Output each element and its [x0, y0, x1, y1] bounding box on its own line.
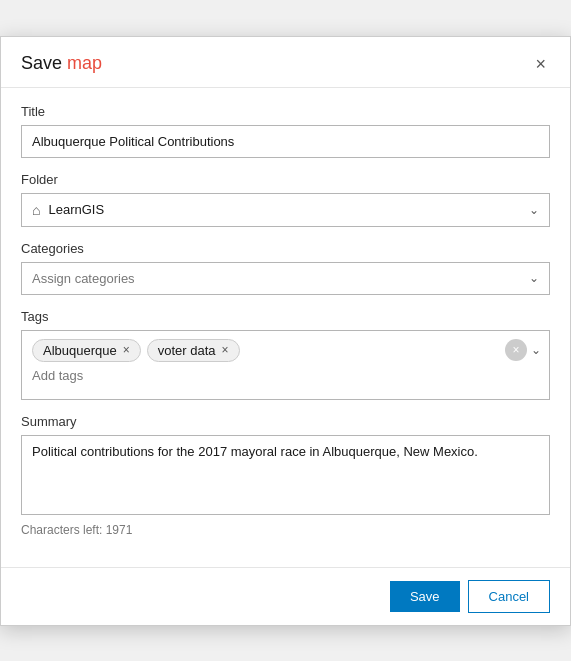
tags-clear-all-button[interactable]: × [505, 339, 527, 361]
title-prefix: Save [21, 53, 67, 73]
summary-textarea[interactable]: Political contributions for the 2017 may… [21, 435, 550, 515]
title-field-group: Title [21, 104, 550, 158]
tags-container[interactable]: Albuquerque × voter data × × ⌄ Add tags [21, 330, 550, 400]
folder-dropdown[interactable]: ⌂ LearnGIS ⌄ [21, 193, 550, 227]
categories-label: Categories [21, 241, 550, 256]
dialog-footer: Save Cancel [1, 567, 570, 625]
summary-label: Summary [21, 414, 550, 429]
folder-value: LearnGIS [48, 202, 104, 217]
categories-dropdown[interactable]: Assign categories ⌄ [21, 262, 550, 295]
tags-controls: × ⌄ [505, 339, 541, 361]
folder-label: Folder [21, 172, 550, 187]
dialog-title: Save map [21, 53, 102, 74]
dialog-body: Title Folder ⌂ LearnGIS ⌄ Categories Ass… [1, 88, 570, 567]
home-icon: ⌂ [32, 202, 40, 218]
summary-field-group: Summary Political contributions for the … [21, 414, 550, 537]
categories-chevron-icon: ⌄ [529, 271, 539, 285]
save-map-dialog: Save map × Title Folder ⌂ LearnGIS ⌄ Cat… [0, 36, 571, 626]
categories-field-group: Categories Assign categories ⌄ [21, 241, 550, 295]
save-button[interactable]: Save [390, 581, 460, 612]
chars-left-text: Characters left: 1971 [21, 523, 550, 537]
tag-voter-data-remove[interactable]: × [222, 344, 229, 356]
tags-label: Tags [21, 309, 550, 324]
tag-voter-data-label: voter data [158, 343, 216, 358]
folder-dropdown-left: ⌂ LearnGIS [32, 202, 104, 218]
tag-albuquerque: Albuquerque × [32, 339, 141, 362]
chevron-down-icon: ⌄ [529, 203, 539, 217]
folder-field-group: Folder ⌂ LearnGIS ⌄ [21, 172, 550, 227]
tag-albuquerque-remove[interactable]: × [123, 344, 130, 356]
categories-placeholder: Assign categories [32, 271, 135, 286]
add-tags-input[interactable]: Add tags [32, 368, 539, 383]
tags-field-group: Tags Albuquerque × voter data × × ⌄ A [21, 309, 550, 400]
close-button[interactable]: × [531, 53, 550, 75]
title-label: Title [21, 104, 550, 119]
title-highlight: map [67, 53, 102, 73]
dialog-header: Save map × [1, 37, 570, 88]
title-input[interactable] [21, 125, 550, 158]
cancel-button[interactable]: Cancel [468, 580, 550, 613]
tag-albuquerque-label: Albuquerque [43, 343, 117, 358]
tag-voter-data: voter data × [147, 339, 240, 362]
tags-row: Albuquerque × voter data × [32, 339, 539, 362]
tags-chevron-icon[interactable]: ⌄ [531, 343, 541, 357]
